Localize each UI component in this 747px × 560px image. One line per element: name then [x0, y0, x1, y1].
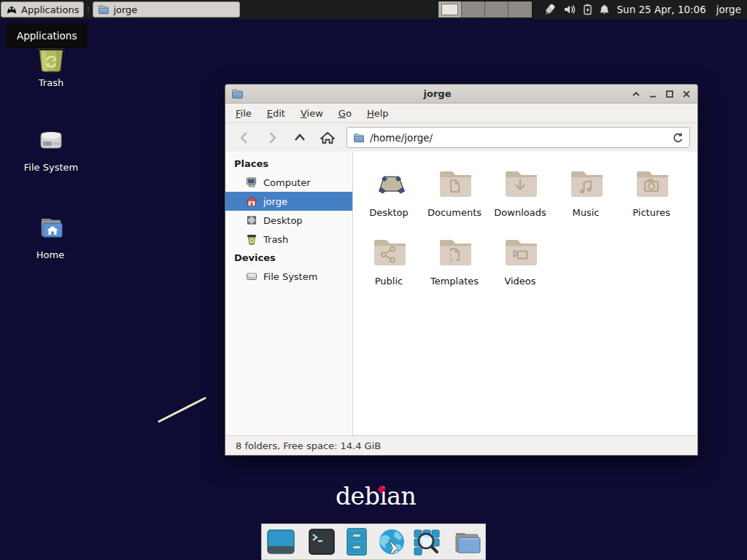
sidebar-item-jorge[interactable]: jorge [225, 192, 352, 211]
computer-icon [246, 176, 258, 188]
wallpaper-swoosh-line [153, 392, 215, 427]
hard-drive-icon [246, 271, 258, 282]
web-browser-launcher[interactable] [377, 527, 406, 556]
panel-username[interactable]: jorge [716, 4, 741, 15]
path-folder-icon [353, 132, 365, 144]
desktop-icon-file-system[interactable]: File System [16, 122, 86, 173]
sidebar-devices-header: Devices [225, 249, 352, 267]
hard-drive-icon [34, 122, 69, 158]
file-manager-launcher[interactable] [453, 527, 482, 556]
menubar: File Edit View Go Help [225, 104, 697, 123]
file-pictures[interactable]: Pictures [619, 166, 684, 218]
terminal-launcher[interactable] [307, 527, 336, 556]
folder-template-icon [437, 234, 472, 269]
panel-clock[interactable]: Sun 25 Apr, 10:06 [617, 4, 706, 15]
taskbar-window-button[interactable]: jorge [93, 1, 240, 18]
file-desktop[interactable]: Desktop [356, 166, 422, 218]
folder-camera-icon [634, 166, 669, 201]
path-text[interactable]: /home/jorge/ [370, 132, 667, 144]
file-name: Documents [427, 207, 481, 218]
sidebar: Places Computer jorge Desktop Trash Devi… [225, 152, 353, 435]
workspace-window-preview [441, 4, 458, 15]
folder-share-icon [371, 234, 406, 269]
workspace-switcher[interactable] [438, 1, 533, 18]
battery-icon[interactable] [583, 4, 592, 15]
desktop-icon [246, 214, 258, 226]
menu-view[interactable]: View [301, 108, 323, 119]
reload-icon[interactable] [672, 132, 684, 144]
file-documents[interactable]: Documents [422, 166, 487, 218]
bottom-dock [261, 524, 486, 560]
maximize-window-button[interactable] [665, 89, 675, 99]
file-cabinet-launcher[interactable] [342, 527, 371, 556]
file-videos[interactable]: Videos [487, 234, 553, 287]
statusbar: 8 folders, Free space: 14.4 GiB [225, 435, 697, 455]
folder-music-icon [568, 166, 603, 201]
menu-file[interactable]: File [236, 108, 252, 119]
applications-tooltip: Applications [6, 23, 88, 48]
applications-menu-label: Applications [21, 4, 79, 15]
menu-help[interactable]: Help [367, 108, 389, 119]
desktop-icon-home[interactable]: Home [15, 210, 85, 260]
sidebar-item-desktop[interactable]: Desktop [225, 211, 352, 230]
window-folder-icon [231, 88, 244, 100]
workspace-3[interactable] [485, 1, 508, 18]
file-name: Downloads [494, 207, 546, 218]
applications-menu-button[interactable]: Applications [1, 1, 84, 18]
menu-go[interactable]: Go [338, 108, 352, 119]
workspace-1[interactable] [438, 1, 462, 18]
file-name: Music [573, 207, 600, 218]
close-window-button[interactable] [681, 89, 692, 99]
window-title: jorge [244, 88, 631, 99]
file-name: Videos [504, 276, 535, 287]
file-name: Pictures [632, 207, 670, 218]
notification-bell-icon[interactable] [599, 4, 610, 15]
sidebar-item-label: Trash [263, 234, 288, 245]
panel-handle [86, 3, 90, 16]
up-button[interactable] [288, 127, 311, 149]
folder-video-icon [503, 234, 538, 269]
folder-download-icon [503, 166, 538, 201]
sidebar-item-label: Computer [263, 177, 311, 188]
trash-icon [246, 233, 258, 245]
sidebar-item-label: File System [263, 271, 317, 282]
workspace-2[interactable] [462, 1, 485, 18]
file-name: Desktop [369, 207, 409, 218]
folder-icon [98, 4, 109, 15]
file-public[interactable]: Public [356, 234, 422, 287]
file-name: Public [375, 276, 403, 287]
sidebar-item-trash[interactable]: Trash [225, 230, 352, 249]
home-folder-icon [33, 210, 68, 245]
file-downloads[interactable]: Downloads [487, 166, 553, 218]
window-titlebar[interactable]: jorge [225, 85, 697, 104]
home-button[interactable] [316, 127, 339, 149]
location-bar[interactable]: /home/jorge/ [347, 127, 690, 148]
sidebar-item-label: Desktop [263, 215, 303, 226]
back-button[interactable] [233, 127, 256, 149]
file-templates[interactable]: Templates [422, 234, 487, 287]
volume-icon[interactable] [563, 4, 576, 15]
home-icon [246, 195, 258, 207]
taskbar-window-label: jorge [113, 4, 137, 15]
workspace-4[interactable] [508, 1, 532, 18]
app-finder-launcher[interactable] [412, 527, 441, 556]
show-desktop-button[interactable] [266, 527, 295, 556]
folder-document-icon [437, 166, 472, 201]
file-list: Desktop Documents Downloads Music Pictur… [353, 152, 697, 435]
menu-edit[interactable]: Edit [267, 108, 285, 119]
desktop-icon-label: Trash [39, 77, 63, 88]
sidebar-item-label: jorge [263, 196, 287, 207]
forward-button[interactable] [260, 127, 284, 149]
top-panel: Applications jorge [0, 0, 747, 19]
file-manager-window: jorge File Edit View Go Help /home/jorge… [225, 84, 698, 456]
debian-wordmark: debian [336, 482, 430, 510]
xfce-applications-icon [6, 4, 18, 15]
desktop-icon-label: File System [24, 162, 78, 173]
minimize-window-button[interactable] [648, 89, 658, 99]
file-music[interactable]: Music [553, 166, 619, 218]
mouse-icon[interactable] [543, 3, 557, 16]
sidebar-item-file-system[interactable]: File System [225, 267, 352, 286]
sidebar-item-computer[interactable]: Computer [225, 173, 352, 192]
toolbar: /home/jorge/ [225, 123, 697, 152]
shade-window-button[interactable] [631, 89, 641, 99]
